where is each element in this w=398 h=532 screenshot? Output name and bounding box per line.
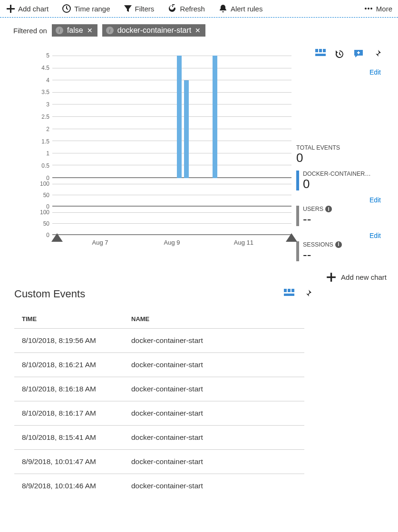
metric-value: -- xyxy=(303,212,332,226)
y-tick: 1.5 xyxy=(41,138,49,145)
clock-icon xyxy=(62,4,71,13)
close-icon[interactable]: ✕ xyxy=(87,27,93,34)
y-tick: 3 xyxy=(46,101,49,108)
x-axis: Aug 7 Aug 9 Aug 11 xyxy=(16,235,291,249)
filter-chip-text: false xyxy=(67,26,83,35)
svg-rect-5 xyxy=(319,49,322,52)
range-handle-right[interactable] xyxy=(286,233,297,242)
close-icon[interactable]: ✕ xyxy=(195,27,201,34)
refresh-button[interactable]: Refresh xyxy=(167,4,205,13)
metric-value: 0 xyxy=(296,151,387,165)
filter-bar: Filtered on i false ✕ i docker-container… xyxy=(0,18,398,41)
filter-chip[interactable]: i docker-container-start ✕ xyxy=(102,24,206,37)
metric-label: SESSIONS i xyxy=(303,241,342,248)
svg-rect-11 xyxy=(284,294,294,296)
y-tick: 100 xyxy=(40,209,49,216)
svg-rect-9 xyxy=(288,289,291,292)
range-handle-left[interactable] xyxy=(51,233,63,242)
col-header-name[interactable]: NAME xyxy=(124,310,304,329)
svg-point-2 xyxy=(368,8,369,10)
cell-name: docker-container-start xyxy=(124,377,304,401)
chart-section: 0 0.5 1 1.5 2 2.5 3 3.5 4 4.5 5 xyxy=(0,41,398,267)
table-row[interactable]: 8/10/2018, 8:15:41 AMdocker-container-st… xyxy=(14,426,304,450)
info-icon[interactable]: i xyxy=(335,241,342,248)
table-row[interactable]: 8/10/2018, 8:19:56 AMdocker-container-st… xyxy=(14,329,304,353)
table-row[interactable]: 8/10/2018, 8:16:17 AMdocker-container-st… xyxy=(14,401,304,426)
svg-point-1 xyxy=(365,8,367,10)
bell-icon xyxy=(218,4,228,13)
pin-icon[interactable] xyxy=(303,289,312,300)
edit-link[interactable]: Edit xyxy=(296,68,387,76)
refresh-icon xyxy=(167,4,177,13)
info-icon[interactable]: i xyxy=(325,206,332,212)
cell-name: docker-container-start xyxy=(124,450,304,474)
svg-rect-8 xyxy=(284,289,287,292)
add-chart-label: Add chart xyxy=(18,5,49,13)
add-chart-button[interactable]: Add chart xyxy=(6,4,49,13)
x-tick: Aug 9 xyxy=(164,239,180,246)
metric-label: DOCKER-CONTAINER… xyxy=(303,171,371,177)
y-tick: 5 xyxy=(46,52,49,59)
grid-view-icon[interactable] xyxy=(284,289,294,300)
filter-icon xyxy=(124,4,132,13)
alert-rules-button[interactable]: Alert rules xyxy=(218,4,263,13)
edit-link[interactable]: Edit xyxy=(296,232,387,239)
filter-label: Filtered on xyxy=(13,27,47,35)
svg-rect-4 xyxy=(315,49,318,52)
table-row[interactable]: 8/10/2018, 8:16:18 AMdocker-container-st… xyxy=(14,377,304,401)
metric-label: USERS i xyxy=(303,206,332,212)
grid-view-icon[interactable] xyxy=(315,49,326,61)
pin-icon[interactable] xyxy=(372,49,382,61)
col-header-time[interactable]: TIME xyxy=(14,310,124,329)
cell-name: docker-container-start xyxy=(124,329,304,353)
x-tick: Aug 7 xyxy=(92,239,108,246)
table-row[interactable]: 8/9/2018, 10:01:47 AMdocker-container-st… xyxy=(14,450,304,474)
metric-stripe xyxy=(296,171,299,191)
cell-name: docker-container-start xyxy=(124,426,304,450)
chart-tools xyxy=(296,46,387,68)
filters-label: Filters xyxy=(135,5,155,13)
time-range-button[interactable]: Time range xyxy=(62,4,110,13)
metric-value: 0 xyxy=(303,177,371,191)
cell-name: docker-container-start xyxy=(124,353,304,377)
y-tick: 50 xyxy=(43,220,49,227)
chart-left: 0 0.5 1 1.5 2 2.5 3 3.5 4 4.5 5 xyxy=(11,46,291,267)
x-tick: Aug 11 xyxy=(234,239,253,246)
y-tick: 4.5 xyxy=(41,65,49,71)
bar[interactable] xyxy=(177,56,182,178)
svg-rect-10 xyxy=(291,289,294,292)
cell-time: 8/9/2018, 10:01:46 AM xyxy=(14,474,124,498)
filters-button[interactable]: Filters xyxy=(124,4,155,13)
history-icon[interactable] xyxy=(334,49,345,61)
events-table: TIME NAME 8/10/2018, 8:19:56 AMdocker-co… xyxy=(14,310,304,498)
comment-add-icon[interactable] xyxy=(353,49,364,61)
cell-time: 8/10/2018, 8:16:21 AM xyxy=(14,353,124,377)
plus-icon xyxy=(6,4,15,13)
more-button[interactable]: More xyxy=(364,4,392,13)
info-icon: i xyxy=(56,27,63,34)
add-new-chart-label: Add new chart xyxy=(341,273,387,281)
events-section: Custom Events TIME NAME 8/10/2018, 8:19:… xyxy=(0,282,398,498)
y-tick: 1 xyxy=(46,150,49,157)
bar[interactable] xyxy=(213,56,217,178)
main-chart: 0 0.5 1 1.5 2 2.5 3 3.5 4 4.5 5 xyxy=(16,56,291,178)
table-row[interactable]: 8/9/2018, 10:01:46 AMdocker-container-st… xyxy=(14,474,304,498)
y-tick: 4 xyxy=(46,77,49,84)
edit-link[interactable]: Edit xyxy=(296,196,387,204)
svg-point-3 xyxy=(370,8,372,10)
add-new-chart-button[interactable]: Add new chart xyxy=(0,267,398,282)
events-title: Custom Events xyxy=(14,288,284,300)
table-row[interactable]: 8/10/2018, 8:16:21 AMdocker-container-st… xyxy=(14,353,304,377)
y-tick: 3.5 xyxy=(41,89,49,95)
metric-stripe xyxy=(296,241,299,262)
metric-total-events: TOTAL EVENTS 0 xyxy=(296,144,387,165)
filter-chip-text: docker-container-start xyxy=(117,26,192,35)
cell-time: 8/10/2018, 8:19:56 AM xyxy=(14,329,124,353)
metric-users: USERS i -- xyxy=(296,206,387,226)
y-axis: 0 0.5 1 1.5 2 2.5 3 3.5 4 4.5 5 xyxy=(16,56,52,178)
filter-chip[interactable]: i false ✕ xyxy=(52,24,97,37)
y-tick: 2 xyxy=(46,126,49,133)
alert-rules-label: Alert rules xyxy=(231,5,263,13)
bar[interactable] xyxy=(184,80,189,178)
cell-name: docker-container-start xyxy=(124,474,304,498)
